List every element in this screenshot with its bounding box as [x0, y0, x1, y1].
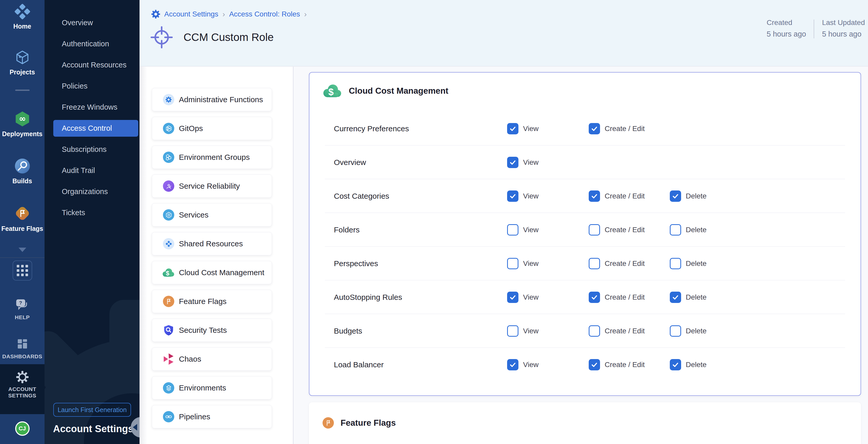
rail-item-label: Home: [13, 23, 31, 30]
feature-flags-card: Feature Flags: [309, 402, 861, 444]
permission-row-label: Load Balancer: [334, 360, 383, 369]
permission-row-load-balancer: Load BalancerViewCreate / EditDelete: [309, 348, 861, 381]
breadcrumb-link-access-control-roles[interactable]: Access Control: Roles: [229, 10, 300, 18]
category-item-security-tests[interactable]: Security Tests: [152, 319, 272, 342]
create-edit-checkbox[interactable]: [589, 123, 600, 134]
delete-permission: Delete: [670, 292, 707, 303]
rail-item-home[interactable]: Home: [0, 4, 44, 30]
category-label: Cloud Cost Management: [179, 268, 265, 277]
create-edit-permission: Create / Edit: [589, 258, 645, 269]
delete-permission: Delete: [670, 258, 707, 269]
category-item-service-reliability[interactable]: Service Reliability: [152, 175, 272, 198]
delete-checkbox[interactable]: [670, 325, 681, 337]
view-checkbox[interactable]: [507, 123, 519, 134]
meta-divider: [814, 20, 814, 38]
sidebar-collapse-button[interactable]: [131, 417, 140, 438]
sidebar-item-authentication[interactable]: Authentication: [53, 35, 138, 52]
create-edit-permission: Create / Edit: [589, 190, 645, 202]
view-checkbox[interactable]: [507, 359, 519, 370]
create-edit-checkbox[interactable]: [589, 258, 600, 269]
view-checkbox[interactable]: [507, 292, 519, 303]
sidebar-item-access-control[interactable]: Access Control: [53, 120, 138, 137]
permission-row-label: Overview: [334, 158, 366, 167]
category-item-gitops[interactable]: GitOps: [152, 117, 272, 140]
rail-item-dashboards[interactable]: DASHBOARDS: [0, 338, 44, 359]
category-label: Pipelines: [179, 412, 210, 421]
category-item-cloud-cost-management[interactable]: $Cloud Cost Management: [152, 261, 272, 284]
create-edit-checkbox[interactable]: [589, 224, 600, 235]
rail-item-feature-flags[interactable]: Feature Flags: [0, 205, 44, 232]
page-header: Account Settings › Access Control: Roles…: [140, 0, 868, 66]
category-item-chaos[interactable]: Chaos: [152, 347, 272, 371]
checkbox-label: Delete: [686, 360, 707, 369]
content: Administrative Functions GitOps Environm…: [140, 67, 868, 444]
category-item-feature-flags[interactable]: Feature Flags: [152, 290, 272, 313]
pipelines-icon: [162, 411, 175, 423]
category-item-administrative-functions[interactable]: Administrative Functions: [152, 88, 272, 111]
gitops-icon: [162, 122, 175, 135]
category-label: Chaos: [179, 355, 201, 363]
category-item-services[interactable]: Services: [152, 203, 272, 226]
rail-item-account-settings[interactable]: ACCOUNT SETTINGS: [0, 364, 44, 414]
create-edit-permission: Create / Edit: [589, 292, 645, 303]
create-edit-checkbox[interactable]: [589, 325, 600, 337]
checkbox-label: Delete: [686, 192, 707, 200]
sidebar-item-policies[interactable]: Policies: [53, 78, 138, 94]
create-edit-checkbox[interactable]: [589, 292, 600, 303]
create-edit-checkbox[interactable]: [589, 190, 600, 202]
card-title: Feature Flags: [341, 418, 396, 428]
launch-first-generation-button[interactable]: Launch First Generation: [53, 403, 131, 417]
rail-item-deployments[interactable]: ∞ Deployments: [0, 111, 44, 138]
delete-checkbox[interactable]: [670, 292, 681, 303]
view-permission: View: [507, 258, 538, 269]
category-item-shared-resources[interactable]: Shared Resources: [152, 232, 272, 255]
category-label: Security Tests: [179, 326, 227, 335]
delete-checkbox[interactable]: [670, 224, 681, 235]
environment-groups-icon: [162, 151, 175, 163]
rail-item-help[interactable]: ? HELP: [0, 298, 44, 320]
view-checkbox[interactable]: [507, 258, 519, 269]
rail-item-builds[interactable]: Builds: [0, 158, 44, 185]
permission-row-overview: OverviewView: [309, 146, 861, 179]
view-checkbox[interactable]: [507, 157, 519, 168]
create-edit-permission: Create / Edit: [589, 224, 645, 235]
permission-row-budgets: BudgetsViewCreate / EditDelete: [309, 314, 861, 348]
create-edit-permission: Create / Edit: [589, 325, 645, 337]
breadcrumb-link-account-settings[interactable]: Account Settings: [164, 10, 218, 18]
checkbox-label: Delete: [686, 226, 707, 234]
category-label: Feature Flags: [179, 297, 226, 306]
avatar[interactable]: CJ: [15, 421, 30, 436]
chaos-icon: [162, 353, 175, 365]
rail-more-modules[interactable]: [0, 248, 44, 252]
security-tests-icon: [162, 324, 175, 337]
user-menu[interactable]: CJ: [0, 421, 44, 436]
category-label: GitOps: [179, 124, 203, 133]
create-edit-checkbox[interactable]: [589, 359, 600, 370]
delete-checkbox[interactable]: [670, 258, 681, 269]
delete-checkbox[interactable]: [670, 190, 681, 202]
delete-checkbox[interactable]: [670, 359, 681, 370]
checkbox-label: Create / Edit: [604, 327, 645, 335]
category-item-environment-groups[interactable]: Environment Groups: [152, 146, 272, 169]
sidebar-item-account-resources[interactable]: Account Resources: [53, 57, 138, 73]
view-checkbox[interactable]: [507, 224, 519, 235]
sidebar-item-freeze-windows[interactable]: Freeze Windows: [53, 99, 138, 116]
sidebar-item-subscriptions[interactable]: Subscriptions: [53, 141, 138, 158]
sidebar-item-overview[interactable]: Overview: [53, 14, 138, 31]
sidebar-item-tickets[interactable]: Tickets: [53, 204, 138, 221]
checkbox-label: View: [523, 226, 538, 234]
sidebar-item-audit-trail[interactable]: Audit Trail: [53, 162, 138, 179]
target-icon: [151, 26, 173, 49]
category-item-environments[interactable]: Environments: [152, 376, 272, 400]
category-label: Administrative Functions: [179, 95, 263, 104]
view-checkbox[interactable]: [507, 190, 519, 202]
sidebar-item-organizations[interactable]: Organizations: [53, 183, 138, 200]
rail-section-divider: [15, 90, 30, 91]
category-item-pipelines[interactable]: Pipelines: [152, 405, 272, 428]
rail-item-projects[interactable]: Projects: [0, 50, 44, 76]
meta-last-updated: Last Updated 5 hours ago: [822, 19, 865, 38]
builds-icon: [14, 158, 31, 174]
rail-item-label: DASHBOARDS: [2, 353, 42, 359]
view-checkbox[interactable]: [507, 325, 519, 337]
module-picker-button[interactable]: [0, 260, 44, 281]
